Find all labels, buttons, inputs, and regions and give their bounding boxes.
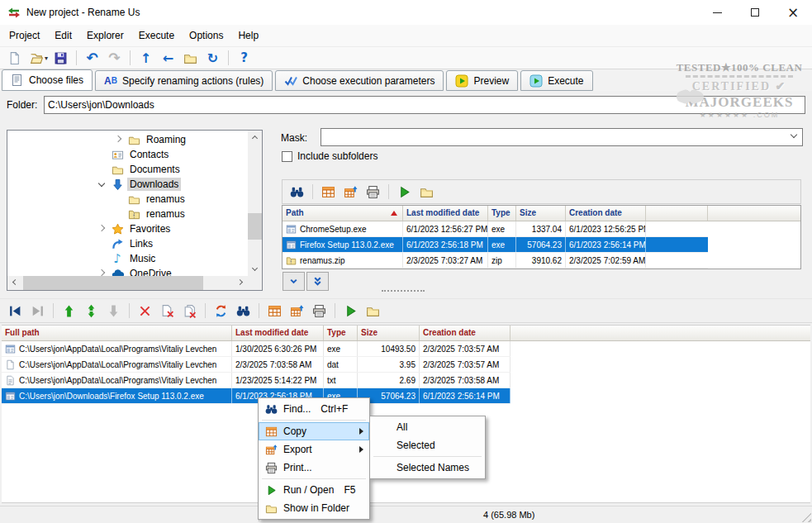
- column-header-last-modified-date[interactable]: Last modified date: [232, 326, 324, 340]
- folder-button[interactable]: [415, 182, 438, 202]
- go-back-button[interactable]: ←: [157, 48, 179, 68]
- export-table-button[interactable]: [340, 182, 362, 202]
- up-green-button[interactable]: [58, 301, 80, 321]
- column-header-creation-date[interactable]: Creation date: [566, 206, 646, 221]
- run-button[interactable]: [340, 301, 362, 321]
- tab-choose-files[interactable]: Choose files: [2, 69, 93, 91]
- column-header-last-modified-date[interactable]: Last modified date: [403, 206, 488, 221]
- scroll-down-icon[interactable]: [248, 262, 262, 276]
- print-button[interactable]: [308, 301, 330, 321]
- tab-preview[interactable]: Preview: [446, 70, 518, 91]
- refresh-button[interactable]: ↻: [202, 48, 224, 68]
- tree-item-contacts[interactable]: Contacts: [7, 147, 248, 162]
- file-row[interactable]: C:\Users\jon\AppData\Local\Programs\Vita…: [2, 341, 510, 357]
- find-button[interactable]: [232, 301, 254, 321]
- dropdown-caret-icon[interactable]: ▾: [45, 55, 48, 62]
- file-row[interactable]: Firefox Setup 113.0.2.exe6/1/2023 2:56:1…: [283, 237, 708, 253]
- expand-icon[interactable]: [93, 272, 111, 275]
- export-table-button[interactable]: [286, 301, 308, 321]
- file-row[interactable]: C:\Users\jon\AppData\Local\Programs\Vita…: [2, 357, 510, 373]
- resize-grip[interactable]: [800, 511, 811, 522]
- file-row[interactable]: ChromeSetup.exe6/1/2023 12:56:27 PMexe13…: [283, 221, 708, 237]
- menu-item-selected-names[interactable]: Selected Names: [370, 459, 485, 477]
- menu-execute[interactable]: Execute: [131, 25, 182, 46]
- first-button[interactable]: [4, 301, 26, 321]
- column-header-creation-date[interactable]: Creation date: [420, 326, 510, 340]
- column-header-path[interactable]: Path: [283, 206, 403, 221]
- remove-doc-button[interactable]: [156, 301, 178, 321]
- folder-input[interactable]: C:\Users\jon\Downloads: [44, 96, 805, 114]
- menu-item-print[interactable]: Print...: [259, 459, 369, 477]
- go-up-button[interactable]: ↑: [135, 48, 157, 68]
- expand-icon[interactable]: [109, 138, 127, 141]
- tree-item-music[interactable]: ♪Music: [7, 251, 248, 266]
- tree-item-roaming[interactable]: Roaming: [7, 132, 248, 147]
- tab-specify-renaming-actions-rules[interactable]: ABSpecify renaming actions (rules): [95, 70, 273, 91]
- file-row[interactable]: C:\Users\jon\Downloads\Firefox Setup 113…: [2, 388, 510, 404]
- remove-docs-button[interactable]: [178, 301, 201, 321]
- menu-item-export[interactable]: Export: [259, 440, 369, 459]
- tree-horizontal-scrollbar[interactable]: [7, 276, 248, 290]
- minimize-button[interactable]: [698, 0, 736, 25]
- checkbox-box[interactable]: [282, 151, 292, 162]
- folder-button[interactable]: [179, 48, 202, 68]
- close-button[interactable]: ×: [774, 0, 812, 25]
- down-gray-button[interactable]: [102, 301, 125, 321]
- save-button[interactable]: [50, 48, 72, 68]
- column-header-size[interactable]: Size: [516, 206, 566, 221]
- copy-table-button[interactable]: [317, 182, 340, 202]
- scroll-up-icon[interactable]: [248, 131, 262, 145]
- add-file-button[interactable]: [283, 272, 305, 291]
- vertical-scroll-thumb[interactable]: [248, 213, 262, 240]
- menu-item-copy[interactable]: Copy: [259, 422, 369, 440]
- tree-item-favorites[interactable]: Favorites: [7, 221, 248, 236]
- add-all-files-button[interactable]: [306, 272, 329, 291]
- horizontal-scroll-thumb[interactable]: [23, 276, 203, 290]
- print-button[interactable]: [362, 182, 384, 202]
- menu-item-selected[interactable]: Selected: [370, 436, 485, 454]
- splitter-handle[interactable]: [382, 290, 425, 292]
- undo-button[interactable]: ↶: [81, 48, 103, 68]
- tree-item-renamus[interactable]: renamus: [7, 192, 248, 207]
- menu-item-run-open[interactable]: Run / OpenF5: [259, 481, 369, 499]
- redo-button[interactable]: ↷: [103, 48, 126, 68]
- delete-x-button[interactable]: [134, 301, 156, 321]
- tree-item-downloads[interactable]: Downloads: [7, 177, 248, 192]
- tab-choose-execution-parameters[interactable]: Choose execution parameters: [275, 70, 444, 91]
- file-row[interactable]: C:\Users\jon\AppData\Local\Programs\Vita…: [2, 373, 510, 388]
- column-header-size[interactable]: Size: [358, 326, 420, 340]
- include-subfolders-checkbox[interactable]: Include subfolders: [282, 150, 378, 162]
- menu-item-find[interactable]: Find...Ctrl+F: [259, 400, 369, 418]
- menu-help[interactable]: Help: [230, 25, 266, 46]
- help-button[interactable]: ?: [233, 48, 255, 68]
- copy-table-button[interactable]: [264, 301, 286, 321]
- tree-item-documents[interactable]: Documents: [7, 162, 248, 177]
- folder-button[interactable]: [362, 301, 384, 321]
- expand-icon[interactable]: [93, 227, 111, 231]
- scroll-left-icon[interactable]: [7, 276, 21, 290]
- mask-combobox[interactable]: [321, 128, 803, 146]
- collapse-icon[interactable]: [93, 183, 111, 186]
- last-button[interactable]: [26, 301, 49, 321]
- menu-item-show-in-folder[interactable]: Show in Folder: [259, 499, 369, 517]
- column-header-type[interactable]: Type: [324, 326, 358, 340]
- tab-execute[interactable]: Execute: [520, 70, 592, 91]
- menu-options[interactable]: Options: [182, 25, 230, 46]
- column-header-full-path[interactable]: Full path: [2, 326, 232, 340]
- menu-explorer[interactable]: Explorer: [79, 25, 131, 46]
- tree-item-renamus[interactable]: renamus: [7, 207, 248, 221]
- tree-vertical-scrollbar[interactable]: [248, 131, 262, 276]
- menu-project[interactable]: Project: [2, 25, 47, 46]
- scroll-right-icon[interactable]: [234, 276, 248, 290]
- swap-button[interactable]: [210, 301, 232, 321]
- menu-item-all[interactable]: All: [370, 418, 485, 436]
- combo-dropdown-icon[interactable]: [791, 131, 797, 138]
- tree-item-onedrive[interactable]: OneDrive: [7, 266, 248, 276]
- column-header-type[interactable]: Type: [488, 206, 516, 221]
- ud-green-button[interactable]: [80, 301, 102, 321]
- file-row[interactable]: renamus.zip2/3/2025 7:03:27 AMzip3910.62…: [283, 253, 708, 269]
- new-document-button[interactable]: [3, 48, 26, 68]
- tree-item-links[interactable]: Links: [7, 236, 248, 251]
- run-button[interactable]: [393, 182, 415, 202]
- find-button[interactable]: [286, 182, 308, 202]
